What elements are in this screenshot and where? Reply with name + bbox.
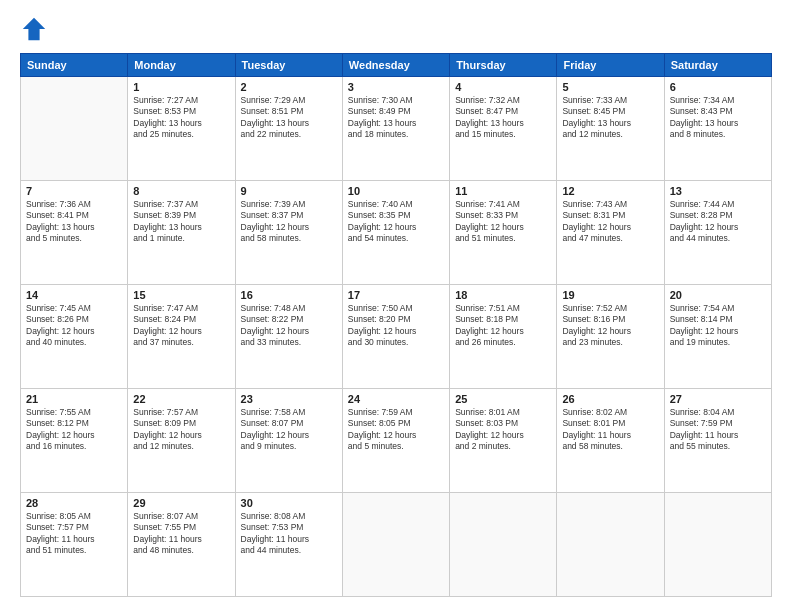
weekday-header-monday: Monday xyxy=(128,54,235,77)
day-info: Sunrise: 7:45 AMSunset: 8:26 PMDaylight:… xyxy=(26,303,122,349)
day-number: 19 xyxy=(562,289,658,301)
calendar-cell: 4Sunrise: 7:32 AMSunset: 8:47 PMDaylight… xyxy=(450,77,557,181)
day-number: 9 xyxy=(241,185,337,197)
day-number: 29 xyxy=(133,497,229,509)
calendar-cell: 22Sunrise: 7:57 AMSunset: 8:09 PMDayligh… xyxy=(128,389,235,493)
weekday-header-sunday: Sunday xyxy=(21,54,128,77)
day-info: Sunrise: 8:07 AMSunset: 7:55 PMDaylight:… xyxy=(133,511,229,557)
calendar-cell: 6Sunrise: 7:34 AMSunset: 8:43 PMDaylight… xyxy=(664,77,771,181)
calendar-cell: 8Sunrise: 7:37 AMSunset: 8:39 PMDaylight… xyxy=(128,181,235,285)
day-info: Sunrise: 7:58 AMSunset: 8:07 PMDaylight:… xyxy=(241,407,337,453)
logo-icon xyxy=(20,15,48,43)
day-number: 20 xyxy=(670,289,766,301)
day-number: 1 xyxy=(133,81,229,93)
calendar-cell xyxy=(450,493,557,597)
logo xyxy=(20,15,52,43)
day-number: 16 xyxy=(241,289,337,301)
day-info: Sunrise: 7:34 AMSunset: 8:43 PMDaylight:… xyxy=(670,95,766,141)
day-info: Sunrise: 8:01 AMSunset: 8:03 PMDaylight:… xyxy=(455,407,551,453)
calendar-cell xyxy=(557,493,664,597)
calendar-cell: 13Sunrise: 7:44 AMSunset: 8:28 PMDayligh… xyxy=(664,181,771,285)
weekday-header-friday: Friday xyxy=(557,54,664,77)
day-info: Sunrise: 7:27 AMSunset: 8:53 PMDaylight:… xyxy=(133,95,229,141)
calendar-cell: 15Sunrise: 7:47 AMSunset: 8:24 PMDayligh… xyxy=(128,285,235,389)
calendar: SundayMondayTuesdayWednesdayThursdayFrid… xyxy=(20,53,772,597)
day-number: 17 xyxy=(348,289,444,301)
weekday-header-thursday: Thursday xyxy=(450,54,557,77)
day-number: 14 xyxy=(26,289,122,301)
day-number: 3 xyxy=(348,81,444,93)
day-info: Sunrise: 7:50 AMSunset: 8:20 PMDaylight:… xyxy=(348,303,444,349)
day-number: 23 xyxy=(241,393,337,405)
day-number: 13 xyxy=(670,185,766,197)
day-number: 30 xyxy=(241,497,337,509)
calendar-cell: 27Sunrise: 8:04 AMSunset: 7:59 PMDayligh… xyxy=(664,389,771,493)
day-info: Sunrise: 7:54 AMSunset: 8:14 PMDaylight:… xyxy=(670,303,766,349)
calendar-cell: 24Sunrise: 7:59 AMSunset: 8:05 PMDayligh… xyxy=(342,389,449,493)
week-row-5: 28Sunrise: 8:05 AMSunset: 7:57 PMDayligh… xyxy=(21,493,772,597)
day-info: Sunrise: 7:51 AMSunset: 8:18 PMDaylight:… xyxy=(455,303,551,349)
day-number: 6 xyxy=(670,81,766,93)
calendar-cell: 7Sunrise: 7:36 AMSunset: 8:41 PMDaylight… xyxy=(21,181,128,285)
calendar-cell xyxy=(21,77,128,181)
calendar-cell: 30Sunrise: 8:08 AMSunset: 7:53 PMDayligh… xyxy=(235,493,342,597)
day-info: Sunrise: 7:30 AMSunset: 8:49 PMDaylight:… xyxy=(348,95,444,141)
week-row-1: 1Sunrise: 7:27 AMSunset: 8:53 PMDaylight… xyxy=(21,77,772,181)
day-number: 22 xyxy=(133,393,229,405)
calendar-cell: 23Sunrise: 7:58 AMSunset: 8:07 PMDayligh… xyxy=(235,389,342,493)
calendar-cell: 19Sunrise: 7:52 AMSunset: 8:16 PMDayligh… xyxy=(557,285,664,389)
calendar-cell: 12Sunrise: 7:43 AMSunset: 8:31 PMDayligh… xyxy=(557,181,664,285)
day-info: Sunrise: 7:39 AMSunset: 8:37 PMDaylight:… xyxy=(241,199,337,245)
day-info: Sunrise: 7:37 AMSunset: 8:39 PMDaylight:… xyxy=(133,199,229,245)
calendar-cell: 21Sunrise: 7:55 AMSunset: 8:12 PMDayligh… xyxy=(21,389,128,493)
day-number: 25 xyxy=(455,393,551,405)
day-number: 21 xyxy=(26,393,122,405)
day-number: 26 xyxy=(562,393,658,405)
day-info: Sunrise: 7:44 AMSunset: 8:28 PMDaylight:… xyxy=(670,199,766,245)
day-number: 24 xyxy=(348,393,444,405)
calendar-cell: 20Sunrise: 7:54 AMSunset: 8:14 PMDayligh… xyxy=(664,285,771,389)
day-number: 11 xyxy=(455,185,551,197)
week-row-4: 21Sunrise: 7:55 AMSunset: 8:12 PMDayligh… xyxy=(21,389,772,493)
calendar-cell: 1Sunrise: 7:27 AMSunset: 8:53 PMDaylight… xyxy=(128,77,235,181)
day-info: Sunrise: 7:41 AMSunset: 8:33 PMDaylight:… xyxy=(455,199,551,245)
day-number: 28 xyxy=(26,497,122,509)
calendar-cell: 10Sunrise: 7:40 AMSunset: 8:35 PMDayligh… xyxy=(342,181,449,285)
day-info: Sunrise: 7:48 AMSunset: 8:22 PMDaylight:… xyxy=(241,303,337,349)
day-number: 5 xyxy=(562,81,658,93)
weekday-header-tuesday: Tuesday xyxy=(235,54,342,77)
day-info: Sunrise: 7:55 AMSunset: 8:12 PMDaylight:… xyxy=(26,407,122,453)
calendar-cell: 9Sunrise: 7:39 AMSunset: 8:37 PMDaylight… xyxy=(235,181,342,285)
calendar-cell: 11Sunrise: 7:41 AMSunset: 8:33 PMDayligh… xyxy=(450,181,557,285)
day-info: Sunrise: 8:02 AMSunset: 8:01 PMDaylight:… xyxy=(562,407,658,453)
calendar-cell: 17Sunrise: 7:50 AMSunset: 8:20 PMDayligh… xyxy=(342,285,449,389)
day-number: 18 xyxy=(455,289,551,301)
calendar-cell: 14Sunrise: 7:45 AMSunset: 8:26 PMDayligh… xyxy=(21,285,128,389)
day-info: Sunrise: 7:29 AMSunset: 8:51 PMDaylight:… xyxy=(241,95,337,141)
day-info: Sunrise: 7:59 AMSunset: 8:05 PMDaylight:… xyxy=(348,407,444,453)
weekday-header-row: SundayMondayTuesdayWednesdayThursdayFrid… xyxy=(21,54,772,77)
day-number: 15 xyxy=(133,289,229,301)
calendar-cell: 28Sunrise: 8:05 AMSunset: 7:57 PMDayligh… xyxy=(21,493,128,597)
day-info: Sunrise: 7:36 AMSunset: 8:41 PMDaylight:… xyxy=(26,199,122,245)
calendar-cell: 3Sunrise: 7:30 AMSunset: 8:49 PMDaylight… xyxy=(342,77,449,181)
calendar-cell: 29Sunrise: 8:07 AMSunset: 7:55 PMDayligh… xyxy=(128,493,235,597)
calendar-cell: 26Sunrise: 8:02 AMSunset: 8:01 PMDayligh… xyxy=(557,389,664,493)
calendar-cell: 25Sunrise: 8:01 AMSunset: 8:03 PMDayligh… xyxy=(450,389,557,493)
day-info: Sunrise: 8:04 AMSunset: 7:59 PMDaylight:… xyxy=(670,407,766,453)
day-number: 8 xyxy=(133,185,229,197)
calendar-cell xyxy=(664,493,771,597)
day-info: Sunrise: 8:08 AMSunset: 7:53 PMDaylight:… xyxy=(241,511,337,557)
svg-marker-0 xyxy=(23,18,45,40)
day-number: 4 xyxy=(455,81,551,93)
week-row-2: 7Sunrise: 7:36 AMSunset: 8:41 PMDaylight… xyxy=(21,181,772,285)
day-info: Sunrise: 7:32 AMSunset: 8:47 PMDaylight:… xyxy=(455,95,551,141)
day-info: Sunrise: 7:47 AMSunset: 8:24 PMDaylight:… xyxy=(133,303,229,349)
day-number: 2 xyxy=(241,81,337,93)
day-number: 7 xyxy=(26,185,122,197)
calendar-cell: 16Sunrise: 7:48 AMSunset: 8:22 PMDayligh… xyxy=(235,285,342,389)
week-row-3: 14Sunrise: 7:45 AMSunset: 8:26 PMDayligh… xyxy=(21,285,772,389)
day-info: Sunrise: 7:33 AMSunset: 8:45 PMDaylight:… xyxy=(562,95,658,141)
day-number: 27 xyxy=(670,393,766,405)
calendar-cell: 5Sunrise: 7:33 AMSunset: 8:45 PMDaylight… xyxy=(557,77,664,181)
